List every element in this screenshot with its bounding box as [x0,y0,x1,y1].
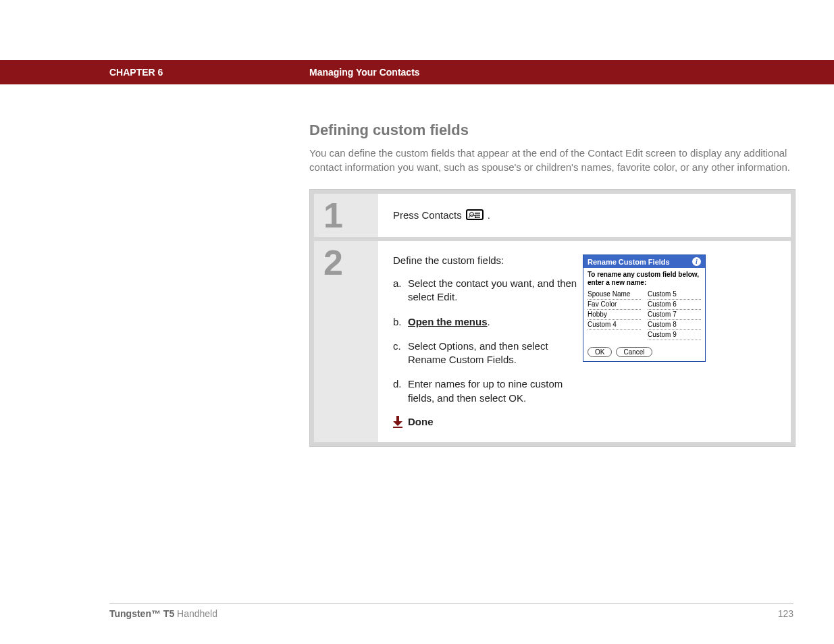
substep-c: c. Select Options, and then select Renam… [393,340,582,367]
section-label: Managing Your Contacts [309,67,420,78]
page-title: Defining custom fields [309,122,796,139]
custom-field-input[interactable]: Spouse Name [588,290,641,300]
footer: Tungsten™ T5 Handheld 123 [109,603,793,619]
rename-custom-fields-dialog: Rename Custom Fields i To rename any cus… [583,254,706,362]
steps-container: 1 Press Contacts . 2 Define the custom f… [309,189,796,447]
fields-col-left: Spouse Name Fav Color Hobby Custom 4 [588,290,641,340]
substep-b: b. Open the menus. [393,315,582,329]
open-menus-link[interactable]: Open the menus [408,316,488,327]
product-name-bold: Tungsten™ T5 [109,608,174,619]
contacts-icon [466,209,484,220]
custom-field-input[interactable]: Fav Color [588,300,641,310]
custom-field-input[interactable]: Custom 9 [648,330,701,340]
dialog-subtitle: To rename any custom field below, enter … [583,268,705,288]
info-icon[interactable]: i [692,257,701,266]
custom-field-input[interactable]: Custom 5 [648,290,701,300]
step-1-trail: . [488,209,490,221]
step-number: 1 [314,194,378,237]
custom-field-input[interactable]: Custom 6 [648,300,701,310]
ok-button[interactable]: OK [588,347,612,357]
down-arrow-icon [393,416,402,427]
main-content: Defining custom fields You can define th… [309,122,796,447]
header-bar: CHAPTER 6 Managing Your Contacts [0,60,834,84]
custom-field-input[interactable]: Hobby [588,310,641,320]
substep-d: d. Enter names for up to nine custom fie… [393,377,582,405]
product-name-rest: Handheld [174,608,217,619]
cancel-button[interactable]: Cancel [616,347,652,357]
step-1: 1 Press Contacts . [314,194,791,237]
custom-field-input[interactable]: Custom 8 [648,320,701,330]
done-label: Done [408,416,434,427]
substep-a: a. Select the contact you want, and then… [393,277,582,304]
dialog-title: Rename Custom Fields [588,258,670,266]
step-1-text: Press Contacts [393,209,462,221]
step-2: 2 Define the custom fields: a. Select th… [314,241,791,442]
step-2-lead: Define the custom fields: [393,254,582,266]
custom-field-input[interactable]: Custom 4 [588,320,641,330]
custom-field-input[interactable]: Custom 7 [648,310,701,320]
chapter-label: CHAPTER 6 [109,67,309,78]
done-row: Done [393,416,582,427]
intro-text: You can define the custom fields that ap… [309,146,796,174]
page-number: 123 [778,608,793,619]
step-number: 2 [314,241,378,442]
fields-col-right: Custom 5 Custom 6 Custom 7 Custom 8 Cust… [648,290,701,340]
